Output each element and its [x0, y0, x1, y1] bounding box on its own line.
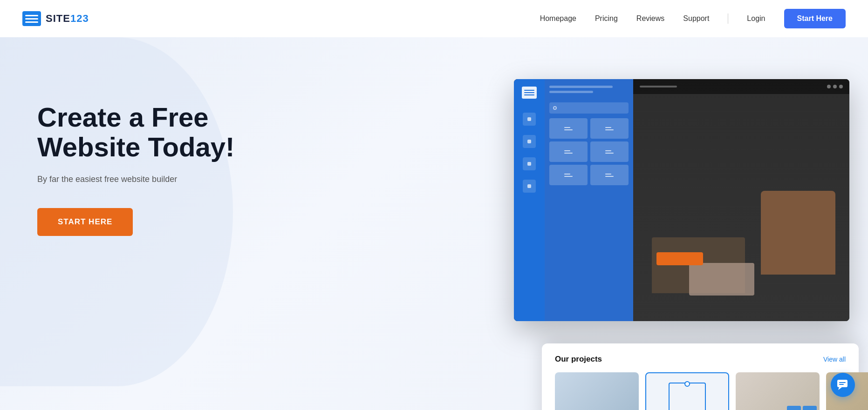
- search-icon: [553, 106, 557, 110]
- builder-canvas: [633, 79, 849, 321]
- panel-cell-4: [590, 141, 629, 162]
- card-grid-cell-1: [787, 406, 801, 410]
- furniture-table: [689, 263, 754, 296]
- furniture-chair: [761, 191, 835, 275]
- hero-heading: Create a Free Website Today!: [37, 102, 234, 162]
- header-start-button[interactable]: Start Here: [784, 9, 846, 28]
- panel-grid: [549, 118, 629, 185]
- logo[interactable]: SITE123: [22, 11, 89, 26]
- sidebar-icon-2: [523, 135, 536, 148]
- builder-panel: [545, 79, 633, 321]
- project-card-2: Natoqu...: [645, 372, 729, 410]
- sidebar-icon-3: [523, 157, 536, 170]
- panel-search: [549, 102, 629, 114]
- card-grid-icons: [787, 406, 817, 410]
- project-view-all[interactable]: View all: [823, 356, 846, 363]
- card-resize-handle: [669, 383, 706, 410]
- sidebar-icon-1: [523, 113, 536, 126]
- logo-icon: [22, 11, 41, 26]
- topbar-dot-2: [833, 85, 837, 88]
- canvas-topbar: [633, 79, 849, 94]
- project-cards-row: Phasellus commodo Natoqu... culis luctus…: [555, 372, 846, 410]
- svg-rect-0: [837, 380, 847, 387]
- chat-button[interactable]: [831, 373, 855, 397]
- svg-rect-1: [839, 382, 846, 383]
- builder-sidebar: [514, 79, 545, 321]
- panel-cell-5: [549, 165, 588, 185]
- canvas-cta-element: [656, 252, 703, 265]
- topbar-dot-3: [839, 85, 843, 88]
- hero-section: Create a Free Website Today! By far the …: [0, 37, 868, 410]
- nav-support[interactable]: Support: [683, 14, 709, 23]
- card-grid-cell-2: [803, 406, 817, 410]
- logo-text: SITE123: [46, 13, 89, 25]
- project-card-3: culis luctus ante: [736, 372, 820, 410]
- sidebar-icon-4: [523, 180, 536, 193]
- main-nav: Homepage Pricing Reviews Support Login S…: [540, 9, 846, 28]
- hero-content: Create a Free Website Today! By far the …: [0, 37, 234, 236]
- topbar-dot-1: [827, 85, 831, 88]
- panel-nav-lines: [549, 86, 629, 93]
- hero-cta-button[interactable]: START HERE: [37, 208, 133, 236]
- panel-cell-2: [590, 118, 629, 139]
- project-card-1: Phasellus commodo: [555, 372, 639, 410]
- sidebar-logo: [522, 87, 537, 99]
- nav-homepage[interactable]: Homepage: [540, 14, 576, 23]
- panel-cell-3: [549, 141, 588, 162]
- header: SITE123 Homepage Pricing Reviews Support…: [0, 0, 868, 37]
- svg-rect-2: [839, 384, 844, 385]
- hero-screenshot: Our projects View all Phasellus commodo …: [514, 51, 868, 410]
- project-header: Our projects View all: [555, 355, 846, 364]
- nav-reviews[interactable]: Reviews: [636, 14, 664, 23]
- panel-cell-6: [590, 165, 629, 185]
- project-title: Our projects: [555, 355, 602, 364]
- topbar-dots: [827, 85, 843, 88]
- panel-cell-1: [549, 118, 588, 139]
- builder-screen: [514, 79, 849, 321]
- project-overlay: Our projects View all Phasellus commodo …: [542, 343, 859, 410]
- nav-login[interactable]: Login: [747, 14, 765, 23]
- nav-pricing[interactable]: Pricing: [595, 14, 618, 23]
- chat-icon: [837, 380, 848, 390]
- hero-subheading: By far the easiest free website builder: [37, 173, 234, 186]
- nav-divider: [728, 13, 728, 24]
